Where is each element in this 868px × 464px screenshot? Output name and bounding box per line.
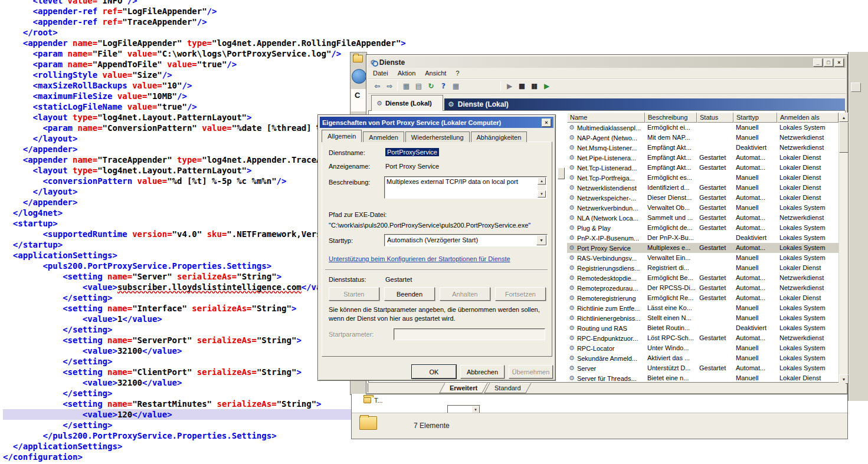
code-line[interactable]: <startup> <box>3 218 351 229</box>
column-header[interactable]: Anmelden als <box>777 113 838 123</box>
service-row[interactable]: ⚙Plug & PlayErmöglicht de...GestartetAut… <box>567 223 838 233</box>
code-line[interactable]: </startup> <box>3 239 351 250</box>
code-line[interactable]: </setting> <box>3 356 351 367</box>
code-line[interactable]: </setting> <box>3 324 351 335</box>
startoptions-help-link[interactable]: Unterstützung beim Konfigurieren der Sta… <box>329 255 510 262</box>
code-line[interactable]: <setting name="Server" serializeAs="Stri… <box>3 271 351 282</box>
export-list-icon[interactable]: ▤ <box>412 81 424 91</box>
restart-service-icon[interactable]: ▶ <box>540 81 552 91</box>
service-row[interactable]: ⚙Net.Tcp-Listenerad...Empfängt Akt...Ges… <box>567 163 838 173</box>
cancel-button[interactable]: Abbrechen <box>460 365 505 379</box>
service-row[interactable]: ⚙NetzwerklistendienstIdentifiziert d...G… <box>567 183 838 193</box>
dialog-tab-3[interactable]: Wiederherstellung <box>405 131 470 142</box>
code-line[interactable]: <appender-ref ref="TraceAppender"/> <box>3 17 351 27</box>
code-line[interactable]: </appender> <box>3 144 351 154</box>
view-tab-erweitert[interactable]: Erweitert <box>439 383 488 393</box>
field-scrollbar[interactable]: ▲ ▼ <box>538 177 546 198</box>
service-row[interactable]: ⚙PnP-X-IP-Busenum...Der PnP-X-Bu...Deakt… <box>567 233 838 243</box>
code-line[interactable]: </applicationSettings> <box>3 441 351 452</box>
forward-icon[interactable]: ⇨ <box>383 81 395 91</box>
code-line[interactable]: <param name="AppendToFile" value="true"/… <box>3 59 351 70</box>
code-line[interactable]: <param name="File" value="C:\work\logs\P… <box>3 48 351 59</box>
code-line[interactable]: </setting> <box>3 292 351 303</box>
code-line[interactable]: <maximumFileSize value="10MB"/> <box>3 91 351 101</box>
service-row[interactable]: ⚙Richtlinie zum Entfe...Lässt eine Ko...… <box>567 303 838 313</box>
code-line[interactable]: <value>subscriber.lloydslistintelligence… <box>3 282 351 292</box>
show-tree-icon[interactable]: ▦ <box>399 81 412 91</box>
service-row[interactable]: ⚙RPC-LocatorUnter Windo...ManuellLokales… <box>567 343 838 353</box>
beenden-button[interactable]: Beenden <box>384 287 435 301</box>
service-row[interactable]: ⚙Routing und RASBietet Routin...Deaktivi… <box>567 323 838 333</box>
starttyp-select[interactable]: Automatisch (Verzögerter Start) ▼ <box>384 234 548 246</box>
menu-item[interactable]: Aktion <box>393 68 421 78</box>
code-line[interactable]: <setting name="RestartMinutes" serialize… <box>3 399 351 409</box>
code-line[interactable]: <layout type="log4net.Layout.PatternLayo… <box>3 165 351 176</box>
code-line[interactable]: <value>32100</value> <box>3 345 351 356</box>
code-line[interactable]: <maxSizeRollBackups value="10"/> <box>3 80 351 91</box>
scroll-thumb[interactable] <box>839 122 849 153</box>
dienstname-value[interactable]: PortProxyService <box>385 148 439 156</box>
tree-item[interactable]: T... <box>363 397 383 404</box>
dialog-tab-1[interactable]: Allgemein <box>322 130 362 142</box>
code-line[interactable]: </layout> <box>3 133 351 144</box>
service-row[interactable]: ⚙Richtlinienergebniss...Stellt einen N..… <box>567 313 838 323</box>
code-line[interactable]: <layout type="log4net.Layout.PatternLayo… <box>3 112 351 123</box>
start-service-icon[interactable]: ▶ <box>503 81 515 91</box>
pause-service-icon[interactable]: ▮▮ <box>528 81 540 91</box>
scroll-up-icon[interactable]: ▲ <box>538 177 546 185</box>
service-row[interactable]: ⚙RAS-Verbindungsv...Verwaltet Ein...Manu… <box>567 253 838 263</box>
close-icon[interactable]: × <box>542 119 551 127</box>
anhalten-button[interactable]: Anhalten <box>440 287 490 301</box>
code-line[interactable]: <applicationSettings> <box>3 250 351 261</box>
code-line[interactable]: <puls200.PortProxyService.Properties.Set… <box>3 261 351 271</box>
code-line[interactable]: <conversionPattern value="%d [%t] %-5p %… <box>3 176 351 186</box>
code-line[interactable]: <value>32100</value> <box>3 377 351 388</box>
menu-item[interactable]: Datei <box>368 68 393 78</box>
code-editor[interactable]: <level value="INFO"/> <appender-ref ref=… <box>3 0 351 462</box>
code-line[interactable]: <supportedRuntime version="v4.0" sku=".N… <box>3 229 351 239</box>
back-icon[interactable]: ⇦ <box>371 81 383 91</box>
code-line[interactable]: </setting> <box>3 388 351 399</box>
beschreibung-field[interactable]: Multiplexes external TCP/IP data on loca… <box>384 176 547 199</box>
service-row[interactable]: ⚙Remotedesktopdie...Ermöglicht Be...Gest… <box>567 273 838 283</box>
column-header[interactable]: Beschreibung <box>645 113 697 123</box>
close-button[interactable]: × <box>834 58 844 67</box>
service-row[interactable]: ⚙NLA (Network Loca...Sammelt und ...Gest… <box>567 213 838 223</box>
view-tab-standard[interactable]: Standard <box>484 383 531 393</box>
service-row[interactable]: ⚙Server für Threads...Bietet eine n...Ma… <box>567 373 838 383</box>
code-line[interactable]: <setting name="ClientPort" serializeAs="… <box>3 367 351 377</box>
code-line[interactable]: </root> <box>3 27 351 38</box>
dialog-tab-2[interactable]: Anmelden <box>363 131 404 142</box>
fortsetzen-button[interactable]: Fortsetzen <box>495 287 546 301</box>
code-line[interactable]: <param name="ConversionPattern" value="%… <box>3 123 351 133</box>
code-line[interactable]: <value>120</value> <box>3 409 351 420</box>
service-row[interactable]: ⚙RemoteregistrierungErmöglicht Re...Gest… <box>567 293 838 303</box>
service-row[interactable]: ⚙Remoteprozedurau...Der RPCSS-Di...Gesta… <box>567 283 838 293</box>
code-line[interactable]: <rollingStyle value="Size"/> <box>3 70 351 80</box>
service-row[interactable]: ⚙Netzwerkverbindun...Verwaltet Ob...Gest… <box>567 203 838 213</box>
service-row[interactable]: ⚙Net.Msmq-Listener...Empfängt Akt...Deak… <box>567 143 838 153</box>
menu-item[interactable]: Ansicht <box>420 68 451 78</box>
scroll-down-icon[interactable]: ▼ <box>538 190 546 198</box>
code-line[interactable]: <level value="INFO"/> <box>3 0 351 6</box>
code-line[interactable]: <value>1</value> <box>3 314 351 324</box>
dialog-tab-4[interactable]: Abhängigkeiten <box>471 131 528 142</box>
scrollbar[interactable]: ▲ ▼ <box>838 113 848 384</box>
code-line[interactable]: <staticLogFileName value="true"/> <box>3 101 351 112</box>
refresh-icon[interactable]: ↻ <box>424 81 437 91</box>
chevron-down-icon[interactable]: ▼ <box>536 235 546 245</box>
service-row[interactable]: ⚙Multimediaklassenpl...Ermöglicht ei...M… <box>567 123 838 133</box>
service-row[interactable]: ⚙Net.Pipe-Listenera...Empfängt Akt...Ges… <box>567 153 838 163</box>
service-row[interactable]: ⚙Registrierungsdiens...Registriert di...… <box>567 263 838 273</box>
dialog-title-bar[interactable]: Eigenschaften von Port Proxy Service (Lo… <box>320 117 553 128</box>
code-line[interactable]: </appender> <box>3 197 351 208</box>
window-icon[interactable]: ▦ <box>449 81 461 91</box>
code-line[interactable]: </configuration> <box>3 452 351 462</box>
code-line[interactable]: </setting> <box>3 420 351 430</box>
stop-service-icon[interactable]: ■ <box>515 81 528 91</box>
minimize-button[interactable]: _ <box>813 58 823 67</box>
menu-item[interactable]: ? <box>451 68 464 78</box>
maximize-button[interactable]: □ <box>824 58 833 67</box>
code-line[interactable]: </puls200.PortProxyService.Properties.Se… <box>3 430 351 441</box>
service-row[interactable]: ⚙NAP-Agent (Netwo...Mit dem NAP...Manuel… <box>567 133 838 143</box>
